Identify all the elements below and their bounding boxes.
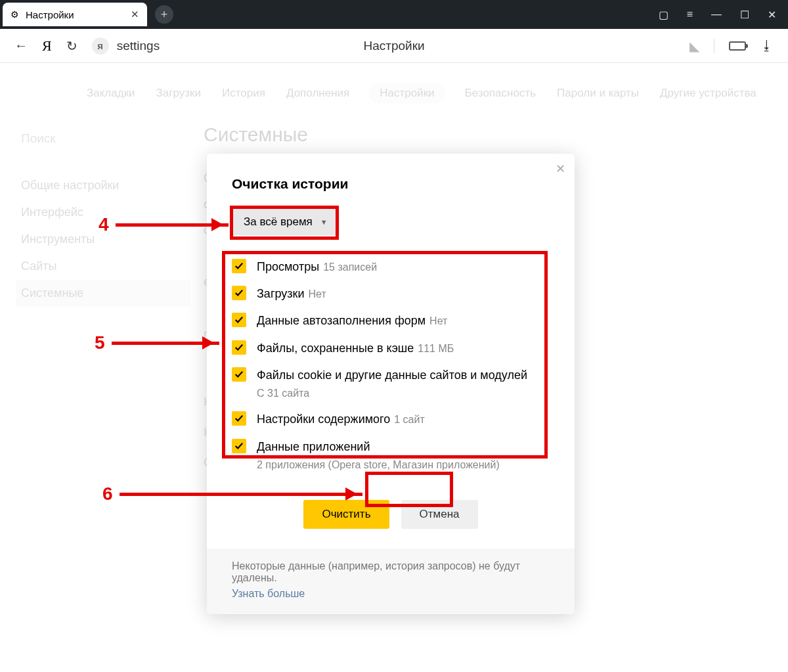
- checkbox-label: Файлы cookie и другие данные сайтов и мо…: [257, 367, 527, 401]
- checkbox[interactable]: [232, 313, 246, 327]
- maximize-icon[interactable]: ☐: [740, 9, 749, 21]
- time-range-select[interactable]: За всё время ▼: [232, 209, 339, 235]
- learn-more-link[interactable]: Узнать больше: [232, 588, 305, 600]
- checkbox[interactable]: [232, 367, 246, 382]
- clear-history-dialog: ✕ Очистка истории За всё время ▼ Просмот…: [207, 154, 575, 614]
- minimize-icon[interactable]: —: [711, 9, 722, 21]
- download-icon[interactable]: ⭳: [760, 38, 774, 53]
- checkbox[interactable]: [232, 439, 246, 453]
- checkbox-label: Настройки содержимого1 сайт: [257, 411, 425, 428]
- footer-text: Некоторые данные (например, история запр…: [232, 560, 520, 583]
- dialog-footer: Некоторые данные (например, история запр…: [207, 549, 575, 614]
- checkbox-row: Данные приложений2 приложения (Opera sto…: [232, 434, 550, 478]
- clear-button[interactable]: Очистить: [303, 500, 389, 529]
- checkbox-label: Файлы, сохраненные в кэше111 МБ: [257, 340, 454, 357]
- battery-icon: [729, 41, 746, 51]
- checkbox-row: Данные автозаполнения формНет: [232, 307, 550, 334]
- checkbox[interactable]: [232, 340, 246, 355]
- sidebar-toggle-icon[interactable]: ▢: [659, 9, 668, 21]
- browser-tab[interactable]: ⚙ Настройки ✕: [3, 3, 147, 26]
- separator: [714, 39, 714, 53]
- bookmark-icon[interactable]: ◣: [690, 38, 699, 54]
- new-tab-button[interactable]: +: [155, 5, 173, 24]
- gear-icon: ⚙: [11, 9, 19, 20]
- url-box[interactable]: я settings: [92, 37, 160, 55]
- address-bar: ← Я ↻ я settings Настройки ◣ ⭳: [0, 29, 788, 63]
- checkbox-row: Настройки содержимого1 сайт: [232, 406, 550, 433]
- url-text: settings: [117, 39, 160, 53]
- checkbox-label: Данные автозаполнения формНет: [257, 313, 447, 329]
- checkbox[interactable]: [232, 286, 246, 300]
- tab-title: Настройки: [26, 9, 74, 20]
- checkbox-row: Файлы cookie и другие данные сайтов и мо…: [232, 362, 550, 407]
- checkbox-label: Просмотры15 записей: [257, 259, 377, 275]
- tab-close-icon[interactable]: ✕: [131, 9, 139, 20]
- chevron-down-icon: ▼: [320, 218, 328, 226]
- cancel-button[interactable]: Отмена: [401, 500, 478, 529]
- checkbox-row: Просмотры15 записей: [232, 254, 550, 280]
- checkbox-row: Файлы, сохраненные в кэше111 МБ: [232, 335, 550, 362]
- checkbox[interactable]: [232, 259, 246, 273]
- dialog-title: Очистка истории: [232, 176, 550, 192]
- close-window-icon[interactable]: ✕: [768, 9, 776, 21]
- reload-icon[interactable]: ↻: [66, 38, 77, 54]
- checkbox-row: ЗагрузкиНет: [232, 280, 550, 307]
- checkbox-label: ЗагрузкиНет: [257, 286, 326, 302]
- select-value: За всё время: [244, 215, 313, 229]
- titlebar: ⚙ Настройки ✕ + ▢ ≡ — ☐ ✕: [0, 0, 788, 29]
- back-icon[interactable]: ←: [14, 38, 28, 53]
- checkbox[interactable]: [232, 411, 246, 426]
- menu-icon[interactable]: ≡: [687, 9, 693, 21]
- site-badge-icon: я: [92, 37, 109, 55]
- close-icon[interactable]: ✕: [556, 162, 565, 176]
- yandex-icon[interactable]: Я: [42, 37, 52, 55]
- checkbox-label: Данные приложений2 приложения (Opera sto…: [257, 439, 500, 473]
- page-title: Настройки: [363, 39, 424, 53]
